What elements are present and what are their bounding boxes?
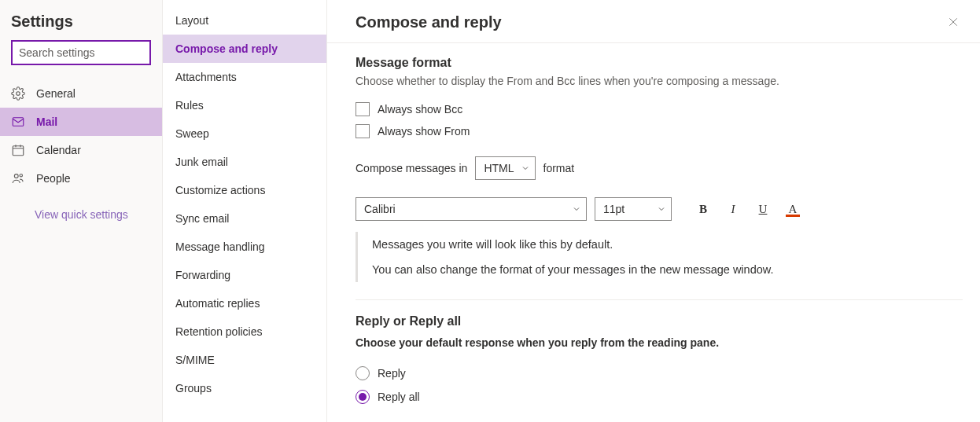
subnav-retention-policies[interactable]: Retention policies xyxy=(163,317,326,346)
svg-point-3 xyxy=(14,174,18,178)
subnav-message-handling[interactable]: Message handling xyxy=(163,233,326,261)
underline-button[interactable]: U xyxy=(752,198,774,220)
reply-all-radio[interactable] xyxy=(356,390,370,404)
panel-title: Compose and reply xyxy=(356,13,502,31)
compose-format-prefix: Compose messages in xyxy=(356,162,467,174)
font-color-button[interactable]: A xyxy=(782,198,804,220)
people-icon xyxy=(11,171,25,185)
mail-icon xyxy=(11,115,25,129)
underline-icon: U xyxy=(759,203,768,216)
font-color-swatch xyxy=(786,215,800,217)
settings-sidebar: Settings General Mail Calendar xyxy=(0,0,163,422)
svg-point-4 xyxy=(20,174,22,177)
compose-format-value: HTML xyxy=(484,162,514,174)
always-show-bcc-checkbox[interactable] xyxy=(356,102,370,116)
reply-radio[interactable] xyxy=(356,366,370,380)
preview-line1: Messages you write will look like this b… xyxy=(372,238,963,251)
subnav-attachments[interactable]: Attachments xyxy=(163,63,326,91)
subnav-junk-email[interactable]: Junk email xyxy=(163,148,326,176)
gear-icon xyxy=(11,86,25,101)
mail-settings-subnav: Layout Compose and reply Attachments Rul… xyxy=(163,0,327,422)
bold-button[interactable]: B xyxy=(692,198,714,220)
calendar-icon xyxy=(11,143,25,157)
font-family-value: Calibri xyxy=(364,203,396,215)
subnav-layout[interactable]: Layout xyxy=(163,6,326,35)
sidebar-item-label: General xyxy=(36,87,76,100)
font-color-icon: A xyxy=(789,203,798,216)
compose-format-select[interactable]: HTML xyxy=(475,156,535,180)
always-show-from-checkbox[interactable] xyxy=(356,124,370,138)
subnav-compose-and-reply[interactable]: Compose and reply xyxy=(163,35,326,63)
message-format-desc: Choose whether to display the From and B… xyxy=(356,75,963,87)
always-show-from-label: Always show From xyxy=(378,125,470,138)
sidebar-item-label: People xyxy=(36,172,71,185)
chevron-down-icon xyxy=(572,204,581,214)
compose-format-suffix: format xyxy=(543,162,575,174)
font-size-value: 11pt xyxy=(603,203,624,215)
svg-rect-2 xyxy=(13,146,24,156)
font-size-select[interactable]: 11pt xyxy=(595,197,672,221)
sidebar-item-label: Calendar xyxy=(36,144,81,156)
bold-icon: B xyxy=(699,203,707,216)
sidebar-item-mail[interactable]: Mail xyxy=(0,108,162,136)
always-show-bcc-label: Always show Bcc xyxy=(378,103,462,116)
section-divider xyxy=(356,299,963,300)
subnav-automatic-replies[interactable]: Automatic replies xyxy=(163,289,326,317)
message-format-heading: Message format xyxy=(356,56,963,70)
sidebar-item-label: Mail xyxy=(36,116,57,128)
font-family-select[interactable]: Calibri xyxy=(356,197,587,221)
svg-rect-1 xyxy=(13,118,24,127)
subnav-groups[interactable]: Groups xyxy=(163,374,326,402)
italic-button[interactable]: I xyxy=(722,198,744,220)
view-quick-settings-link[interactable]: View quick settings xyxy=(35,208,128,221)
search-input[interactable] xyxy=(11,40,151,65)
sidebar-item-calendar[interactable]: Calendar xyxy=(0,136,162,164)
subnav-customize-actions[interactable]: Customize actions xyxy=(163,176,326,204)
sidebar-item-people[interactable]: People xyxy=(0,164,162,193)
reply-desc: Choose your default response when you re… xyxy=(356,336,963,349)
subnav-forwarding[interactable]: Forwarding xyxy=(163,261,326,289)
reply-heading: Reply or Reply all xyxy=(356,314,963,328)
close-button[interactable] xyxy=(944,13,963,31)
reply-radio-label: Reply xyxy=(378,367,406,380)
italic-icon: I xyxy=(731,203,735,216)
close-icon xyxy=(947,16,960,28)
chevron-down-icon xyxy=(521,163,530,173)
reply-all-radio-label: Reply all xyxy=(378,391,420,403)
sidebar-item-general[interactable]: General xyxy=(0,79,162,108)
svg-point-0 xyxy=(17,92,20,96)
preview-line2: You can also change the format of your m… xyxy=(372,263,963,276)
subnav-sweep[interactable]: Sweep xyxy=(163,119,326,148)
chevron-down-icon xyxy=(657,204,666,214)
subnav-rules[interactable]: Rules xyxy=(163,91,326,119)
subnav-sync-email[interactable]: Sync email xyxy=(163,204,326,233)
settings-panel: Compose and reply Message format Choose … xyxy=(327,0,980,422)
format-preview: Messages you write will look like this b… xyxy=(356,232,963,282)
settings-title: Settings xyxy=(0,0,162,40)
subnav-smime[interactable]: S/MIME xyxy=(163,346,326,374)
